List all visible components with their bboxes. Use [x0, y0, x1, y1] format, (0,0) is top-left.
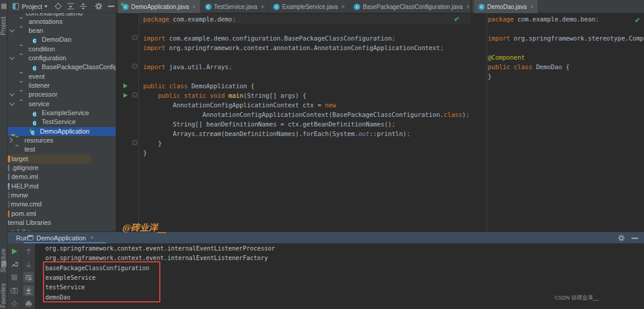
code-line: import org.springframework.context.annot… [143, 43, 470, 52]
tree-row[interactable]: CDemoApplication [8, 127, 116, 136]
down-stacktrace-icon[interactable] [23, 259, 34, 270]
editor-left[interactable]: ---- package com.example.demo; import co… [116, 13, 470, 231]
code-line: } [488, 72, 644, 81]
project-panel-icon [13, 3, 19, 10]
tree-item-label: TestService [42, 118, 76, 125]
tree-row[interactable]: service [8, 100, 116, 109]
tree-row[interactable]: CExampleService [8, 109, 116, 118]
soft-wrap-icon[interactable] [23, 272, 34, 283]
close-icon[interactable]: × [193, 4, 196, 10]
chevron-expanded-icon[interactable] [10, 27, 14, 32]
editor-right-gutter[interactable] [472, 13, 487, 231]
collapse-all-icon[interactable] [66, 2, 75, 11]
hide-panel-icon[interactable] [630, 233, 639, 243]
tree-row[interactable]: bean [8, 26, 116, 35]
class-icon: C [33, 120, 36, 126]
class-icon: C [205, 4, 212, 10]
hide-panel-icon[interactable] [107, 2, 116, 11]
tree-row[interactable]: configuration [8, 54, 116, 63]
tree-row[interactable]: HELP.md [8, 182, 116, 191]
build-settings-icon[interactable] [9, 298, 20, 309]
console-line: org.springframework.context.event.intern… [45, 245, 275, 252]
chevron-expanded-icon[interactable] [10, 91, 14, 96]
close-icon[interactable]: × [90, 234, 94, 241]
locate-icon[interactable] [54, 2, 63, 11]
close-icon[interactable]: × [342, 4, 345, 10]
tree-row[interactable]: condition [8, 45, 116, 54]
chevron-expanded-icon[interactable] [10, 55, 14, 60]
chevron-expanded-icon[interactable] [10, 100, 14, 105]
editor-tab[interactable]: CBasePackageClassConfiguration.java× [349, 0, 474, 13]
run-line-icon[interactable] [123, 84, 128, 88]
close-icon[interactable]: × [466, 4, 470, 10]
file-sliver-pom-icon [8, 211, 10, 217]
tree-row[interactable]: CBasePackageClassConfiguration [8, 63, 116, 72]
tree-item-label: processor [29, 91, 57, 98]
chevron-down-icon[interactable] [44, 5, 48, 8]
print-icon[interactable] [23, 298, 34, 309]
editor-tab[interactable]: CDemoDao.java× [474, 0, 538, 13]
tool-window-button-structure[interactable]: Structure [0, 243, 8, 278]
up-stacktrace-icon[interactable] [23, 246, 34, 257]
run-config-icon [27, 235, 33, 240]
stop-icon[interactable] [9, 272, 20, 283]
tree-row[interactable]: annotations [8, 17, 116, 26]
editor-tab[interactable]: CTestService.java× [201, 0, 270, 13]
editor-tab[interactable]: CExampleService.java× [269, 0, 349, 13]
tree-row[interactable]: < 1.8 > [8, 227, 116, 231]
run-config-tab-label: DemoApplication [36, 234, 86, 242]
close-icon[interactable]: × [261, 4, 264, 10]
runnable-class-icon: C [122, 4, 129, 10]
run-console[interactable]: org.springframework.context.event.intern… [35, 243, 644, 309]
project-panel-title[interactable]: Project [22, 3, 42, 10]
tree-row[interactable]: event [8, 72, 116, 81]
chevron-collapsed-icon[interactable] [8, 138, 13, 143]
code-line: public class DemoDao { [488, 62, 644, 72]
tree-row[interactable]: mvnw [8, 191, 116, 200]
editor-tab-label: DemoApplication.java [131, 4, 189, 10]
tree-row[interactable]: target [8, 154, 116, 163]
expand-collapse-icon[interactable] [79, 2, 88, 11]
tree-row[interactable]: demo.iml [8, 172, 116, 181]
fold-region-icon[interactable]: - [132, 64, 137, 69]
editor-tab-bar: CDemoApplication.java×CTestService.java×… [116, 0, 644, 13]
tree-item-label: resources [24, 137, 53, 144]
tree-row[interactable]: listener [8, 81, 116, 90]
editor-tab-label: BasePackageClassConfiguration.java [363, 4, 462, 10]
run-panel-body: org.springframework.context.event.intern… [8, 243, 644, 309]
tree-row[interactable]: .gitignore [8, 163, 116, 172]
tool-window-button-favorites[interactable]: Favorites [0, 282, 8, 309]
tree-row[interactable]: processor [8, 90, 116, 99]
editor-tab[interactable]: CDemoApplication.java× [118, 0, 201, 13]
tree-item-label: mvnw [11, 191, 28, 199]
tree-row[interactable]: CDemoDao [8, 35, 116, 44]
class-icon: C [33, 38, 36, 44]
run-line-icon[interactable] [123, 93, 128, 98]
scroll-to-end-icon[interactable] [23, 285, 34, 296]
settings-gear-icon[interactable] [617, 233, 626, 243]
fold-region-icon[interactable]: - [132, 92, 137, 97]
fold-region-icon[interactable]: - [132, 35, 137, 40]
code-line [488, 43, 644, 52]
tool-window-button-project[interactable]: Project [0, 11, 8, 41]
inspection-ok-check-icon: ✔ [454, 15, 460, 23]
settings-gear-icon[interactable] [94, 2, 103, 11]
tree-row[interactable]: pom.xml [8, 209, 116, 218]
tree-row[interactable]: test [8, 145, 116, 154]
run-toolbar-console [22, 243, 35, 309]
editor-right[interactable]: package com.example.demo.bean; import or… [472, 13, 644, 231]
screenshot-camera-icon[interactable] [9, 285, 20, 296]
editor-left-gutter[interactable]: ---- [116, 13, 139, 231]
fold-region-icon[interactable]: - [132, 140, 137, 145]
close-icon[interactable]: × [530, 4, 534, 10]
tree-row[interactable]: resources [8, 136, 116, 145]
tree-row[interactable]: CTestService [8, 118, 116, 126]
edit-configuration-wrench-icon[interactable] [9, 259, 20, 270]
tree-row[interactable]: External Libraries [8, 218, 116, 227]
tree-item-label: com.example.demo [26, 13, 83, 17]
editor-split-divider[interactable] [470, 0, 472, 231]
rerun-icon[interactable] [9, 246, 20, 257]
editor-right-code: package com.example.demo.bean; import or… [488, 14, 644, 81]
annotation-highlight-box [43, 261, 160, 302]
tree-row[interactable]: mvnw.cmd [8, 200, 116, 209]
